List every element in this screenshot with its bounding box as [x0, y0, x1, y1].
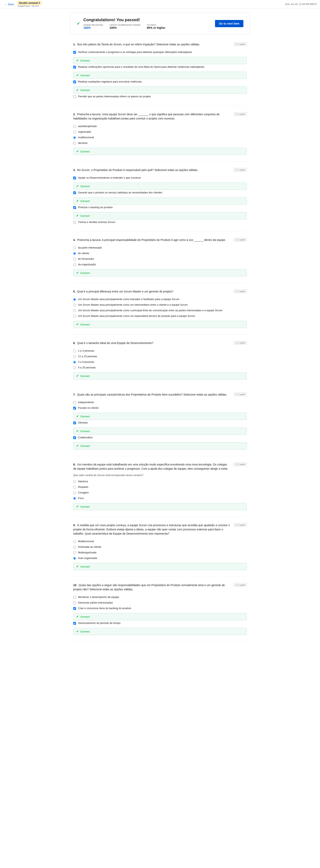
option-item-3-2: Garantir que o produto ou serviço satisf… — [73, 190, 247, 195]
back-button[interactable]: ← Back — [3, 2, 16, 7]
question-block-8: 8. Um membro da equipe está trabalhando … — [73, 462, 247, 517]
option-input-3-3[interactable] — [73, 206, 76, 209]
correct-icon: ✔ — [76, 184, 79, 188]
question-block-3: 3. No Scrum, o Proprietário do Produto é… — [73, 168, 247, 231]
option-input-5-4[interactable] — [73, 315, 76, 318]
option-label-4-3: do fornecedor — [78, 257, 94, 260]
option-input-8-3[interactable] — [73, 491, 76, 494]
option-input-10-2[interactable] — [73, 601, 76, 604]
option-input-3-1[interactable] — [73, 177, 76, 179]
option-input-9-4[interactable] — [73, 557, 76, 560]
option-input-1-1[interactable] — [73, 51, 76, 54]
option-item-9-1: Multifuncional — [73, 538, 247, 544]
correct-icon: ✔ — [76, 505, 79, 508]
option-input-8-4[interactable] — [73, 497, 76, 500]
correct-label: Correct — [80, 323, 90, 326]
option-input-2-4[interactable] — [73, 142, 76, 145]
option-item-3-1: Ajudar os Desenvolvedores a entender o q… — [73, 175, 247, 181]
option-input-7-3[interactable] — [73, 422, 76, 424]
question-header-7: 7. Quais são as principais característic… — [73, 393, 247, 397]
point-badge-5: 1 / 1 point — [234, 289, 247, 293]
correct-icon: ✔ — [76, 429, 79, 433]
option-input-10-4[interactable] — [73, 622, 76, 625]
option-input-3-4[interactable] — [73, 221, 76, 224]
option-input-10-3[interactable] — [73, 607, 76, 610]
option-label-9-3: Multiorganizada — [78, 551, 96, 554]
question-block-1: 1. Nos três pilares da Teoria do Scrum, … — [73, 42, 247, 106]
option-input-2-1[interactable] — [73, 125, 76, 128]
question-text-1: 1. Nos três pilares da Teoria do Scrum, … — [73, 42, 234, 46]
option-input-4-1[interactable] — [73, 247, 76, 249]
option-input-4-2[interactable] — [73, 252, 76, 255]
question-block-7: 7. Quais são as principais característic… — [73, 393, 247, 456]
option-label-1-1: Verificar continuamente o progresso e as… — [78, 51, 192, 54]
options-list-10: Monitorar o desempenho da equipeGerencia… — [73, 594, 247, 635]
point-badge-1: 1 / 1 point — [234, 42, 247, 46]
correct-banner-1-2: ✔Correct — [73, 72, 247, 79]
option-item-8-2: Respeito — [73, 484, 247, 490]
question-number-3: 3. — [73, 168, 76, 172]
option-input-1-2[interactable] — [73, 66, 76, 68]
question-header-4: 4. Preencha a lacuna: A principal respon… — [73, 238, 247, 242]
point-badge-3: 1 / 1 point — [234, 168, 247, 172]
next-item-button[interactable]: Go to next item — [215, 20, 243, 27]
quiz-title: Desafio semanal 2 — [18, 1, 41, 5]
option-input-9-3[interactable] — [73, 551, 76, 554]
option-item-2-2: organizada — [73, 129, 247, 135]
option-label-2-2: organizada — [78, 130, 91, 133]
option-item-8-4: Foco — [73, 495, 247, 501]
option-input-1-4[interactable] — [73, 95, 76, 98]
option-input-10-1[interactable] — [73, 596, 76, 599]
correct-label: Correct — [80, 505, 90, 508]
option-item-7-2: Focado no cliente — [73, 405, 247, 411]
option-input-8-2[interactable] — [73, 486, 76, 489]
correct-label: Correct — [80, 199, 90, 203]
option-input-8-1[interactable] — [73, 480, 76, 483]
latest-stat: Latest Submission Grade 100% — [109, 24, 140, 29]
option-input-6-1[interactable] — [73, 350, 76, 352]
question-block-9: 9. À medida que um novo projeto começa, … — [73, 523, 247, 577]
option-label-1-2: Realizar verificações oportunas para o r… — [78, 65, 204, 68]
option-input-6-4[interactable] — [73, 366, 76, 369]
option-input-2-2[interactable] — [73, 131, 76, 133]
correct-label: Correct — [80, 630, 90, 633]
option-input-5-3[interactable] — [73, 309, 76, 312]
option-label-3-4: Treinar e facilitar eventos Scrum — [78, 221, 115, 223]
topass-stat: To pass 80% or higher — [147, 24, 166, 29]
option-input-6-3[interactable] — [73, 361, 76, 364]
option-input-9-1[interactable] — [73, 540, 76, 543]
option-item-2-1: autodisciplinada — [73, 123, 247, 129]
success-info: Congratulations! You passed! Grade recei… — [83, 18, 166, 29]
question-header-9: 9. À medida que um novo projeto começa, … — [73, 523, 247, 536]
option-input-6-2[interactable] — [73, 355, 76, 358]
option-item-7-4: Colaborativo — [73, 435, 247, 440]
option-item-2-4: decisiva — [73, 140, 247, 146]
option-input-7-4[interactable] — [73, 436, 76, 439]
option-input-7-2[interactable] — [73, 407, 76, 409]
option-label-5-4: Um Scrum Master atua principalmente como… — [78, 314, 195, 317]
option-input-2-3[interactable] — [73, 136, 76, 139]
option-item-9-2: Orientada ao cliente — [73, 544, 247, 550]
option-label-9-1: Multifuncional — [78, 540, 94, 543]
correct-icon: ✔ — [76, 214, 79, 218]
option-input-9-2[interactable] — [73, 546, 76, 549]
option-input-5-1[interactable] — [73, 298, 76, 301]
option-input-1-3[interactable] — [73, 81, 76, 83]
question-text-8: 8. Um membro da equipe está trabalhando … — [73, 462, 234, 471]
correct-label: Correct — [80, 375, 90, 378]
latest-label: Latest Submission Grade — [109, 24, 140, 26]
option-input-5-2[interactable] — [73, 304, 76, 306]
option-label-5-2: Um Scrum Master atua principalmente como… — [78, 303, 187, 306]
option-input-3-2[interactable] — [73, 191, 76, 194]
correct-icon: ✔ — [76, 59, 79, 62]
option-label-10-4: Gerenciamento do período de tempo — [78, 621, 120, 624]
options-list-6: 1 a 3 pessoas11 a 15 pessoas3 a 9 pessoa… — [73, 348, 247, 370]
option-input-4-3[interactable] — [73, 258, 76, 260]
option-item-6-4: 5 a 20 pessoas — [73, 365, 247, 370]
correct-label: Correct — [80, 415, 90, 418]
question-text-2: 2. Preencha a lacuna: Uma equipe Scrum d… — [73, 112, 234, 121]
correct-icon: ✔ — [76, 88, 79, 92]
option-label-3-3: Priorizar o backlog do produto — [78, 206, 113, 209]
option-input-7-1[interactable] — [73, 401, 76, 404]
option-input-4-4[interactable] — [73, 263, 76, 266]
